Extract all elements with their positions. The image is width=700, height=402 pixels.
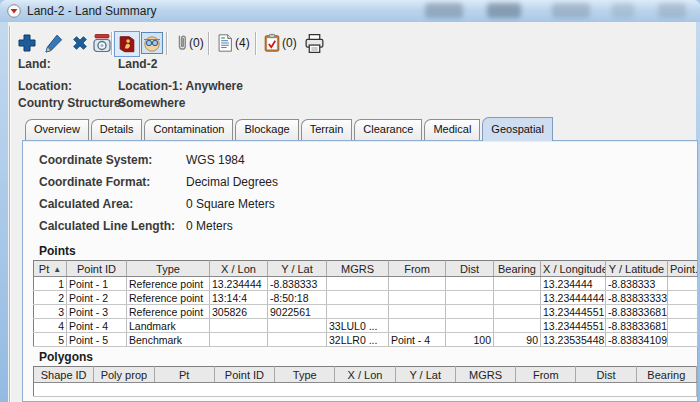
col-mgrs[interactable]: MGRS [455, 367, 515, 383]
polygons-empty-row [34, 383, 697, 397]
col-point-id[interactable]: Point ID [67, 261, 127, 277]
cell-pt: 2 [34, 291, 67, 305]
cell-from [389, 291, 446, 305]
tab-terrain[interactable]: Terrain [301, 119, 353, 140]
cell-type: Reference point [127, 291, 210, 305]
col-x-longitude[interactable]: X / Longitude [541, 261, 606, 277]
col-type[interactable]: Type [127, 261, 210, 277]
tab-details[interactable]: Details [91, 119, 143, 140]
add-button[interactable] [15, 31, 39, 55]
cell-x-longitude: 13.23444551 [541, 305, 606, 319]
col-dist[interactable]: Dist [446, 261, 494, 277]
points-row-1[interactable]: 1 Point - 1 Reference point 13.234444 -8… [34, 277, 698, 291]
window-border-left [0, 22, 8, 402]
cell-x-lon: 13:14:4 [210, 291, 268, 305]
cell-bearing [494, 277, 541, 291]
cell-dist: 100 [446, 333, 494, 347]
window-body: (0) (4) (0) Land: Land-2 Location: Locat… [8, 22, 696, 402]
panel-etched-border [9, 26, 11, 402]
imsma-view-toggle[interactable] [114, 31, 140, 57]
cell-x-longitude: 13.23535448 [541, 333, 606, 347]
col-mgrs[interactable]: MGRS [327, 261, 389, 277]
col-point-truncated[interactable]: Point.. [668, 261, 698, 277]
background-window-blur [425, 3, 463, 18]
location-value: Location-1: Anywhere [118, 80, 243, 92]
tasks-icon [262, 32, 282, 54]
col-dist[interactable]: Dist [576, 367, 636, 383]
geospatial-panel: Coordinate System: WGS 1984 Coordinate F… [22, 140, 698, 402]
points-row-3[interactable]: 3 Point - 3 Reference point 305826 90225… [34, 305, 698, 319]
points-row-4[interactable]: 4 Point - 4 Landmark 33LUL0 ... 13.23444… [34, 319, 698, 333]
land-summary-window: Land-2 - Land Summary [0, 0, 700, 402]
cell-x-lon [210, 319, 268, 333]
edit-icon [43, 32, 65, 54]
polygons-header-row: Shape ID Poly prop Pt Point ID Type X / … [34, 367, 697, 383]
coordinate-system-label: Coordinate System: [39, 154, 152, 167]
col-shape-id[interactable]: Shape ID [34, 367, 94, 383]
cell-pt: 1 [34, 277, 67, 291]
cell-dist [446, 305, 494, 319]
tab-medical[interactable]: Medical [424, 119, 480, 140]
cell-point-id: Point - 4 [67, 319, 127, 333]
cell-point-id: Point - 2 [67, 291, 127, 305]
col-x-lon[interactable]: X / Lon [335, 367, 395, 383]
tab-bar: Overview Details Contamination Blockage … [25, 119, 553, 140]
tab-geospatial[interactable]: Geospatial [482, 117, 553, 141]
cell-bearing: 90 [494, 333, 541, 347]
cell-x-longitude: 13.23444444 [541, 291, 606, 305]
tab-contamination[interactable]: Contamination [144, 119, 233, 140]
points-row-5[interactable]: 5 Point - 5 Benchmark 32LLR0 ... Point -… [34, 333, 698, 347]
notes-count: (4) [235, 36, 250, 50]
background-window-blur [552, 3, 590, 18]
cell-point [668, 291, 698, 305]
cell-pt: 3 [34, 305, 67, 319]
cell-point [668, 277, 698, 291]
cell-pt: 4 [34, 319, 67, 333]
notes-button[interactable] [213, 31, 237, 55]
cell-point [668, 319, 698, 333]
calculated-area-label: Calculated Area: [39, 198, 133, 211]
points-row-2[interactable]: 2 Point - 2 Reference point 13:14:4 -8:5… [34, 291, 698, 305]
col-x-lon[interactable]: X / Lon [210, 261, 268, 277]
col-type[interactable]: Type [275, 367, 335, 383]
col-y-lat[interactable]: Y / Lat [395, 367, 455, 383]
cell-y-lat [268, 319, 327, 333]
col-pt[interactable]: Pt▲ [34, 261, 67, 277]
cell-x-longitude: 13.23444551 [541, 319, 606, 333]
land-value: Land-2 [118, 58, 157, 70]
tab-blockage[interactable]: Blockage [235, 119, 298, 140]
edit-button[interactable] [42, 31, 66, 55]
coordinate-format-label: Coordinate Format: [39, 176, 150, 189]
titlebar[interactable]: Land-2 - Land Summary [0, 0, 700, 23]
location-label: Location: [18, 80, 72, 92]
col-y-latitude[interactable]: Y / Latitude [606, 261, 668, 277]
points-header-row: Pt▲ Point ID Type X / Lon Y / Lat MGRS F… [34, 261, 698, 277]
toolbar-separator [166, 32, 167, 55]
attachments-count: (0) [189, 36, 204, 50]
approve-stamp-icon [91, 32, 113, 54]
print-button[interactable] [302, 31, 326, 55]
delete-button[interactable] [68, 31, 92, 55]
cell-type: Reference point [127, 305, 210, 319]
toolbar-separator [255, 32, 256, 55]
col-from[interactable]: From [516, 367, 576, 383]
cell-dist [446, 277, 494, 291]
cell-bearing [494, 291, 541, 305]
calculated-line-length-label: Calculated Line Length: [39, 220, 175, 233]
col-bearing[interactable]: Bearing [494, 261, 541, 277]
tab-clearance[interactable]: Clearance [354, 119, 422, 140]
col-point-id[interactable]: Point ID [214, 367, 274, 383]
col-pt[interactable]: Pt [154, 367, 214, 383]
cell-type: Reference point [127, 277, 210, 291]
col-bearing[interactable]: Bearing [636, 367, 696, 383]
tab-overview[interactable]: Overview [25, 119, 89, 140]
tasks-button[interactable] [260, 31, 284, 55]
country-structure-label: Country Structure: [18, 97, 125, 109]
imsma-figure-icon [117, 34, 137, 54]
col-y-lat[interactable]: Y / Lat [268, 261, 327, 277]
col-from[interactable]: From [389, 261, 446, 277]
map-view-button[interactable] [140, 31, 164, 55]
polygons-section-title: Polygons [39, 351, 93, 364]
col-poly-prop[interactable]: Poly prop [94, 367, 154, 383]
land-label: Land: [18, 58, 51, 70]
